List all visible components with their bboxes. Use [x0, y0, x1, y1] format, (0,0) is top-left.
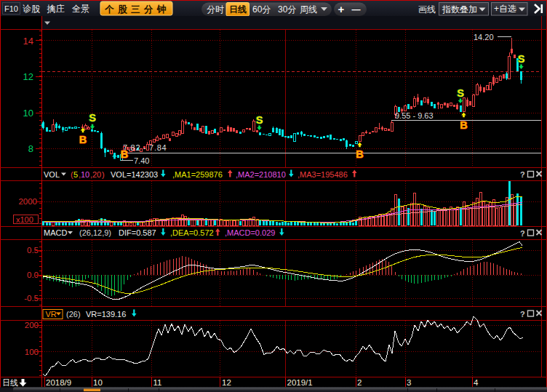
svg-text:60分: 60分 — [252, 4, 271, 15]
svg-text:+: + — [338, 3, 345, 15]
svg-text:S: S — [457, 87, 464, 99]
svg-text:,MA1=259876: ,MA1=259876 — [172, 170, 223, 179]
svg-text:—: — — [352, 4, 361, 15]
svg-text:VOL: VOL — [44, 170, 60, 179]
svg-text:10: 10 — [81, 170, 89, 179]
svg-text:11: 11 — [153, 378, 162, 387]
svg-text:20: 20 — [92, 170, 101, 179]
svg-text:,MACD=0.029: ,MACD=0.029 — [225, 228, 275, 237]
svg-text:VOL=142303: VOL=142303 — [111, 170, 158, 179]
svg-text:诊股: 诊股 — [23, 4, 40, 14]
svg-text:周线: 周线 — [300, 4, 317, 15]
svg-text:,MA2=210810: ,MA2=210810 — [236, 170, 286, 179]
svg-text:): ) — [102, 170, 105, 179]
svg-text:B: B — [356, 148, 363, 160]
svg-text:B: B — [121, 148, 128, 160]
svg-text:10: 10 — [93, 378, 103, 387]
svg-text:9.55 - 9.63: 9.55 - 9.63 — [395, 111, 434, 120]
svg-text:?: ? — [520, 229, 525, 238]
svg-text:日线: 日线 — [229, 4, 247, 15]
svg-text:VR: VR — [46, 310, 57, 319]
svg-text:30分: 30分 — [278, 4, 296, 15]
svg-text:画线: 画线 — [418, 4, 436, 15]
svg-text:S: S — [89, 112, 96, 124]
svg-text:+自选: +自选 — [494, 4, 516, 14]
svg-text:12: 12 — [23, 71, 33, 82]
svg-text:MACD: MACD — [44, 228, 67, 237]
svg-text:?: ? — [520, 170, 525, 179]
svg-text:?: ? — [520, 310, 525, 319]
svg-text:S: S — [256, 114, 263, 126]
svg-text:个股三分钟: 个股三分钟 — [104, 4, 170, 15]
svg-text:5: 5 — [73, 170, 78, 179]
svg-text:2: 2 — [357, 378, 362, 387]
svg-text:S: S — [518, 53, 525, 65]
svg-text:14.20: 14.20 — [474, 33, 494, 41]
svg-text:2018/9: 2018/9 — [46, 378, 71, 387]
svg-text:擒庄: 擒庄 — [47, 4, 65, 14]
svg-text:(26): (26) — [66, 310, 81, 319]
svg-text:3: 3 — [407, 378, 411, 387]
svg-text:10: 10 — [23, 108, 33, 119]
svg-text:(26,12,9): (26,12,9) — [79, 228, 111, 237]
svg-text:2000: 2000 — [18, 197, 37, 206]
svg-text:,DEA=0.572: ,DEA=0.572 — [170, 228, 214, 237]
svg-text:x100: x100 — [16, 215, 33, 224]
svg-text:7.82 - 7.84: 7.82 - 7.84 — [123, 143, 167, 152]
svg-text:7.40: 7.40 — [134, 156, 149, 165]
svg-text:指数叠加: 指数叠加 — [442, 4, 477, 15]
svg-text:日线: 日线 — [2, 378, 18, 387]
svg-text:分时: 分时 — [207, 4, 224, 15]
svg-text:F10: F10 — [4, 4, 18, 13]
svg-text:12: 12 — [222, 378, 231, 387]
svg-text:B: B — [79, 134, 87, 145]
svg-text:14: 14 — [23, 36, 33, 47]
svg-text:VR=139.16: VR=139.16 — [86, 310, 126, 319]
svg-text:4: 4 — [474, 378, 479, 387]
svg-text:B: B — [460, 119, 467, 131]
svg-text:全景: 全景 — [72, 4, 89, 14]
svg-text:8: 8 — [28, 143, 33, 154]
svg-text:2019/1: 2019/1 — [287, 378, 313, 387]
svg-text:,MA3=195486: ,MA3=195486 — [298, 170, 348, 179]
svg-text:DIF=0.587: DIF=0.587 — [119, 228, 156, 237]
